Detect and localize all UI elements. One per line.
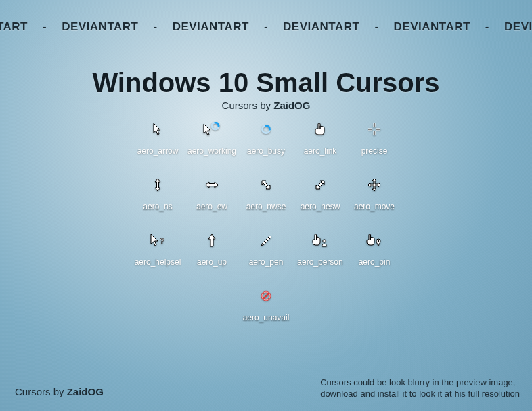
cursor-grid: aero_arrow aero_working aero_busy aero_l… — [131, 121, 401, 322]
cursor-cell-aero-ns: aero_ns — [131, 176, 185, 211]
svg-text:?: ? — [160, 237, 164, 245]
cursor-label: aero_busy — [247, 146, 285, 156]
watermark-word: DEVIANTART — [394, 20, 470, 34]
svg-line-6 — [263, 293, 269, 299]
watermark-word: DEVIANTART — [283, 20, 359, 34]
cursor-cell-aero-person: aero_person — [293, 232, 347, 267]
resize-ew-icon — [205, 176, 219, 194]
cursor-label: aero_pin — [359, 257, 391, 267]
footer-note-line1: Cursors could be look blurry in the prev… — [320, 376, 520, 389]
cursor-label: aero_nesw — [301, 202, 340, 211]
cursor-cell-aero-pen: aero_pen — [239, 232, 293, 267]
footer-note-line2: download and install it to look it at hi… — [320, 388, 520, 400]
cursor-label: precise — [361, 146, 388, 156]
watermark-sep: - — [485, 20, 489, 34]
watermark-sep: - — [264, 20, 268, 34]
page-title: Windows 10 Small Cursors — [0, 68, 532, 98]
cursor-cell-aero-link: aero_link — [293, 121, 347, 156]
cursor-cell-precise: precise — [347, 121, 401, 156]
precise-crosshair-icon — [368, 121, 381, 138]
watermark-word: DEVIANTART — [504, 20, 532, 34]
help-select-icon: ? — [150, 232, 165, 249]
cursor-cell-aero-nwse: aero_nwse — [239, 176, 293, 211]
cursor-cell-aero-busy: aero_busy — [239, 121, 293, 156]
author-name: ZaidOG — [273, 100, 310, 111]
cursor-label: aero_up — [197, 257, 227, 267]
footer-prefix: Cursors by — [15, 386, 67, 397]
cursor-cell-aero-pin: aero_pin — [347, 232, 401, 267]
cursor-cell-aero-move: aero_move — [347, 176, 401, 211]
watermark-strip: DEVIANTART - DEVIANTART - DEVIANTART - D… — [0, 20, 532, 34]
cursor-cell-aero-nesw: aero_nesw — [293, 176, 347, 211]
subtitle: Cursors by ZaidOG — [0, 100, 532, 111]
resize-ns-icon — [154, 176, 162, 194]
cursor-label: aero_move — [354, 202, 395, 211]
pen-cursor-icon — [260, 232, 272, 249]
cursor-label: aero_link — [304, 146, 337, 156]
footer-note: Cursors could be look blurry in the prev… — [320, 376, 520, 400]
footer-author: ZaidOG — [67, 386, 104, 397]
footer-credit: Cursors by ZaidOG — [15, 386, 104, 397]
subtitle-prefix: Cursors by — [222, 100, 274, 111]
watermark-word: DEVIANTART — [173, 20, 249, 34]
person-cursor-icon — [312, 232, 328, 249]
resize-nesw-icon — [315, 176, 326, 194]
cursor-label: aero_working — [187, 146, 236, 156]
watermark-word: DEVIANTART — [0, 20, 28, 34]
cursor-cell-aero-helpsel: ? aero_helpsel — [131, 232, 185, 267]
cursor-cell-aero-ew: aero_ew — [185, 176, 239, 211]
up-arrow-icon — [208, 232, 216, 249]
svg-point-3 — [323, 240, 326, 242]
cursor-label: aero_arrow — [137, 146, 179, 156]
pin-cursor-icon — [366, 232, 382, 249]
cursor-cell-aero-arrow: aero_arrow — [131, 121, 185, 156]
resize-nwse-icon — [261, 176, 271, 194]
cursor-row-4: aero_unavail — [239, 287, 293, 322]
cursor-cell-aero-working: aero_working — [185, 121, 239, 156]
working-cursor-icon — [203, 121, 221, 138]
title-block: Windows 10 Small Cursors Cursors by Zaid… — [0, 68, 532, 111]
link-hand-cursor-icon — [314, 121, 326, 138]
watermark-sep: - — [43, 20, 47, 34]
cursor-label: aero_unavail — [243, 313, 290, 322]
watermark-word: DEVIANTART — [62, 20, 138, 34]
cursor-cell-aero-up: aero_up — [185, 232, 239, 267]
watermark-sep: - — [374, 20, 378, 34]
cursor-label: aero_pen — [249, 257, 284, 267]
unavailable-cursor-icon — [261, 287, 271, 305]
cursor-label: aero_ns — [143, 202, 172, 211]
cursor-label: aero_ew — [196, 202, 227, 211]
watermark-sep: - — [153, 20, 157, 34]
cursor-label: aero_helpsel — [135, 257, 181, 267]
busy-cursor-icon — [261, 121, 271, 138]
arrow-cursor-icon — [153, 121, 162, 138]
move-cursor-icon — [368, 176, 381, 194]
cursor-label: aero_nwse — [246, 202, 286, 211]
svg-point-4 — [378, 240, 379, 242]
cursor-cell-aero-unavail: aero_unavail — [239, 287, 293, 322]
cursor-label: aero_person — [297, 257, 342, 267]
